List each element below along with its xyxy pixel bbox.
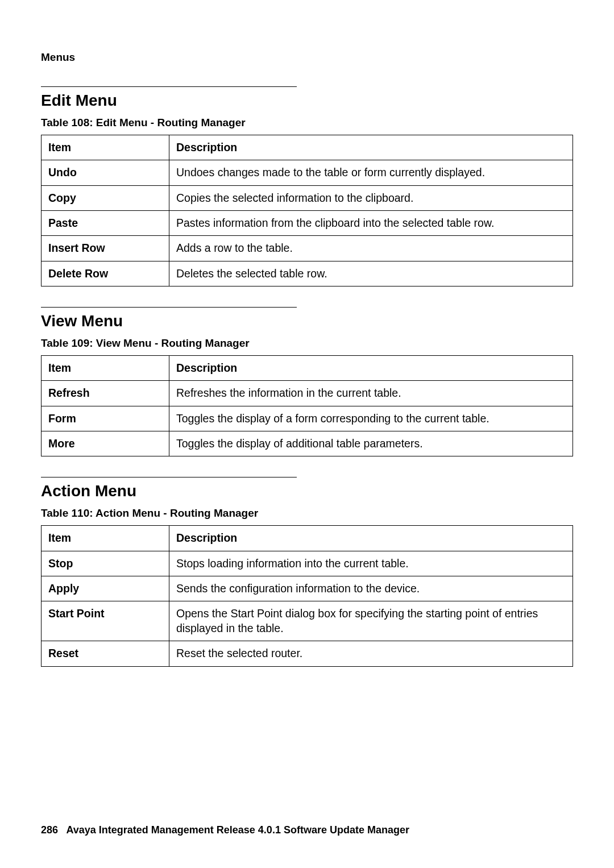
table-row: Copy Copies the selected information to … — [42, 185, 573, 210]
footer-doc-title: Avaya Integrated Management Release 4.0.… — [66, 824, 409, 836]
table-cell-item: Undo — [42, 160, 169, 185]
edit-menu-table-caption: Table 108: Edit Menu - Routing Manager — [41, 117, 573, 129]
edit-menu-heading: Edit Menu — [41, 92, 573, 110]
section-divider — [41, 477, 297, 477]
action-menu-heading: Action Menu — [41, 482, 573, 500]
table-cell-description: Deletes the selected table row. — [169, 261, 573, 286]
table-cell-item: Reset — [42, 641, 169, 666]
table-header-description: Description — [169, 356, 573, 381]
page-number: 286 — [41, 824, 58, 836]
table-cell-item: More — [42, 431, 169, 456]
table-cell-description: Pastes information from the clipboard in… — [169, 211, 573, 236]
table-cell-description: Undoes changes made to the table or form… — [169, 160, 573, 185]
edit-menu-table: Item Description Undo Undoes changes mad… — [41, 135, 573, 286]
table-row: More Toggles the display of additional t… — [42, 431, 573, 456]
table-row: Refresh Refreshes the information in the… — [42, 381, 573, 406]
action-menu-table: Item Description Stop Stops loading info… — [41, 525, 573, 666]
page: Menus Edit Menu Table 108: Edit Menu - R… — [0, 0, 614, 868]
table-cell-item: Copy — [42, 185, 169, 210]
table-header-item: Item — [42, 356, 169, 381]
table-row: Apply Sends the configuration informatio… — [42, 576, 573, 601]
table-cell-description: Opens the Start Point dialog box for spe… — [169, 601, 573, 641]
table-cell-description: Toggles the display of a form correspond… — [169, 406, 573, 431]
section-divider — [41, 307, 297, 308]
table-row: Stop Stops loading information into the … — [42, 551, 573, 576]
table-header-row: Item Description — [42, 135, 573, 160]
table-cell-item: Start Point — [42, 601, 169, 641]
table-header-row: Item Description — [42, 356, 573, 381]
section-divider — [41, 86, 297, 87]
table-cell-description: Stops loading information into the curre… — [169, 551, 573, 576]
table-header-description: Description — [169, 526, 573, 551]
table-row: Delete Row Deletes the selected table ro… — [42, 261, 573, 286]
view-menu-table-caption: Table 109: View Menu - Routing Manager — [41, 337, 573, 350]
table-header-row: Item Description — [42, 526, 573, 551]
table-row: Insert Row Adds a row to the table. — [42, 236, 573, 261]
table-cell-item: Paste — [42, 211, 169, 236]
table-cell-description: Adds a row to the table. — [169, 236, 573, 261]
page-footer: 286 Avaya Integrated Management Release … — [41, 824, 409, 836]
table-row: Start Point Opens the Start Point dialog… — [42, 601, 573, 641]
table-header-item: Item — [42, 526, 169, 551]
table-cell-item: Refresh — [42, 381, 169, 406]
table-cell-item: Form — [42, 406, 169, 431]
action-menu-table-caption: Table 110: Action Menu - Routing Manager — [41, 507, 573, 520]
table-row: Form Toggles the display of a form corre… — [42, 406, 573, 431]
table-row: Undo Undoes changes made to the table or… — [42, 160, 573, 185]
table-cell-description: Refreshes the information in the current… — [169, 381, 573, 406]
table-header-item: Item — [42, 135, 169, 160]
table-cell-description: Reset the selected router. — [169, 641, 573, 666]
table-cell-item: Stop — [42, 551, 169, 576]
view-menu-heading: View Menu — [41, 312, 573, 330]
table-cell-description: Copies the selected information to the c… — [169, 185, 573, 210]
table-cell-item: Apply — [42, 576, 169, 601]
view-menu-table: Item Description Refresh Refreshes the i… — [41, 355, 573, 456]
table-cell-description: Sends the configuration information to t… — [169, 576, 573, 601]
table-cell-description: Toggles the display of additional table … — [169, 431, 573, 456]
table-row: Reset Reset the selected router. — [42, 641, 573, 666]
table-row: Paste Pastes information from the clipbo… — [42, 211, 573, 236]
table-header-description: Description — [169, 135, 573, 160]
page-header-title: Menus — [41, 51, 573, 64]
table-cell-item: Delete Row — [42, 261, 169, 286]
table-cell-item: Insert Row — [42, 236, 169, 261]
